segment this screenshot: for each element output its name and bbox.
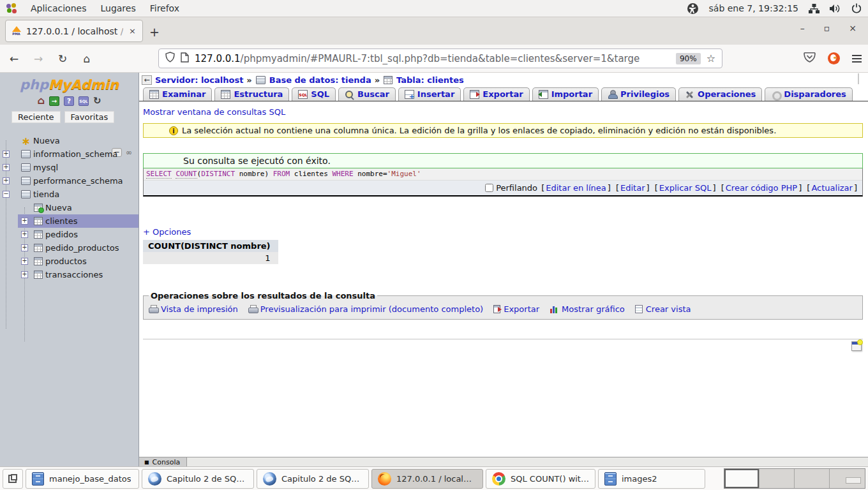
window-maximize-button[interactable]: ▫ xyxy=(824,23,830,33)
home-icon[interactable]: ⌂ xyxy=(37,96,44,106)
zoom-level-badge[interactable]: 90% xyxy=(676,53,701,64)
menu-hamburger-icon[interactable] xyxy=(852,55,862,63)
recent-dropdown[interactable]: Reciente xyxy=(11,111,61,123)
url-bar[interactable]: 127.0.0.1/phpmyadmin/#PMAURL-7:tbl_sql.p… xyxy=(158,48,722,68)
task-capitulo2-pdf-2[interactable]: Capitulo 2 de SQL c... xyxy=(257,469,369,489)
show-sql-window-link[interactable]: Mostrar ventana de consultas SQL xyxy=(143,107,285,117)
menu-lugares[interactable]: Lugares xyxy=(100,3,135,13)
tab-examinar[interactable]: Examinar xyxy=(143,87,212,101)
tab-close-icon[interactable]: × xyxy=(128,26,137,36)
duckduckgo-extension-icon[interactable] xyxy=(828,52,840,64)
open-new-window-icon[interactable] xyxy=(851,341,862,351)
tree-item-mysql[interactable]: + mysql xyxy=(0,161,138,174)
tree-item-transacciones[interactable]: + transacciones xyxy=(0,268,138,281)
tab-operaciones[interactable]: Operaciones xyxy=(678,87,762,101)
volume-icon[interactable] xyxy=(830,4,841,13)
create-view-link[interactable]: Crear vista xyxy=(635,304,691,314)
show-desktop-button[interactable] xyxy=(3,469,23,489)
network-icon[interactable] xyxy=(809,4,819,13)
tab-privilegios[interactable]: Privilegios xyxy=(601,87,676,101)
favorites-dropdown[interactable]: Favoritas xyxy=(64,111,115,123)
power-icon[interactable] xyxy=(851,3,862,13)
window-close-button[interactable]: × xyxy=(849,23,857,33)
accessibility-icon[interactable] xyxy=(687,3,699,15)
workspace-4[interactable] xyxy=(830,469,865,488)
options-toggle-link[interactable]: + Opciones xyxy=(143,227,191,237)
logout-icon[interactable]: → xyxy=(49,96,59,106)
help-icon[interactable]: ? xyxy=(64,96,74,106)
tab-buscar[interactable]: Buscar xyxy=(338,87,396,101)
tab-disparadores[interactable]: Disparadores xyxy=(765,87,852,101)
expand-icon[interactable]: + xyxy=(21,271,28,278)
breadcrumb-database[interactable]: Base de datos: tienda xyxy=(269,75,371,85)
breadcrumb-server[interactable]: Servidor: localhost xyxy=(155,75,243,85)
explain-sql-link[interactable]: Explicar SQL xyxy=(659,183,712,193)
tab-importar[interactable]: Importar xyxy=(532,87,599,101)
task-chrome-sql-count[interactable]: SQL COUNT() with ... xyxy=(486,469,595,489)
search-icon xyxy=(345,90,354,99)
shield-icon[interactable] xyxy=(165,52,175,65)
home-button[interactable]: ⌂ xyxy=(79,52,94,65)
expand-icon[interactable]: + xyxy=(21,244,28,251)
print-view-link[interactable]: Vista de impresión xyxy=(149,304,238,314)
expand-icon[interactable]: + xyxy=(21,231,28,238)
expand-icon[interactable]: + xyxy=(3,164,10,171)
bookmark-star-icon[interactable]: ☆ xyxy=(707,52,715,64)
tree-item-pedidos[interactable]: + pedidos xyxy=(0,228,138,241)
tree-item-new-table[interactable]: Nueva xyxy=(0,201,138,214)
browser-tab-bar: PMA 127.0.0.1 / localhost / × + – ▫ × xyxy=(0,17,868,45)
browser-tab[interactable]: PMA 127.0.0.1 / localhost / × xyxy=(5,20,143,42)
task-firefox-localhost[interactable]: 127.0.0.1 / localhost... xyxy=(371,469,483,489)
edit-link[interactable]: Editar xyxy=(620,183,645,193)
console-toggle[interactable]: ■ Consola xyxy=(139,457,187,466)
window-minimize-button[interactable]: – xyxy=(800,23,805,33)
back-button[interactable]: ← xyxy=(6,52,22,65)
tree-item-tienda[interactable]: − tienda xyxy=(0,188,138,201)
phpmyadmin-logo[interactable]: phpMyAdmin xyxy=(0,77,138,93)
tree-item-pedido-productos[interactable]: + pedido_productos xyxy=(0,241,138,255)
expand-icon[interactable]: + xyxy=(21,218,28,225)
new-tab-button[interactable]: + xyxy=(149,25,160,39)
export-link[interactable]: Exportar xyxy=(493,304,539,314)
tab-sql[interactable]: SQLSQL xyxy=(292,87,336,101)
scroll-top-icon[interactable] xyxy=(853,75,864,84)
workspace-3[interactable] xyxy=(795,469,830,488)
tab-insertar[interactable]: Insertar xyxy=(398,87,461,101)
refresh-link[interactable]: Actualizar xyxy=(811,183,852,193)
workspace-window-thumbnail xyxy=(846,477,861,484)
breadcrumb-table[interactable]: Tabla: clientes xyxy=(396,75,464,85)
refresh-icon[interactable]: ↻ xyxy=(93,95,101,107)
inline-edit-link[interactable]: Editar en línea xyxy=(546,183,606,193)
task-manejo-base-datos[interactable]: manejo_base_datos xyxy=(26,469,139,489)
menu-aplicaciones[interactable]: Aplicaciones xyxy=(31,3,86,13)
hide-panel-button[interactable]: ← xyxy=(142,75,152,85)
tree-item-clientes[interactable]: + clientes xyxy=(18,214,138,228)
workspace-1[interactable] xyxy=(724,469,760,488)
expand-icon[interactable]: + xyxy=(3,151,10,158)
create-php-code-link[interactable]: Crear código PHP xyxy=(726,183,797,193)
sql-query: SELECT COUNT(DISTINCT nombre) FROM clien… xyxy=(144,168,862,181)
show-chart-link[interactable]: Mostrar gráfico xyxy=(550,304,625,314)
tab-exportar[interactable]: Exportar xyxy=(463,87,529,101)
profiling-checkbox[interactable] xyxy=(485,184,493,192)
pocket-icon[interactable] xyxy=(804,52,816,66)
collapse-icon[interactable]: − xyxy=(3,191,10,198)
sql-window-icon[interactable]: SQL xyxy=(79,96,89,106)
clock[interactable]: sáb ene 7, 19:32:15 xyxy=(709,3,798,13)
forward-button[interactable]: → xyxy=(31,52,46,65)
console-bar: ■ Consola xyxy=(139,457,868,466)
tree-item-new-database[interactable]: ∗ Nueva xyxy=(0,134,138,147)
print-preview-link[interactable]: Previsualización para imprimir (document… xyxy=(248,304,483,314)
expand-icon[interactable]: + xyxy=(21,258,28,265)
page-info-icon[interactable] xyxy=(181,52,189,65)
tree-item-information-schema[interactable]: + information_schema xyxy=(0,147,138,161)
reload-button[interactable]: ↻ xyxy=(55,52,70,65)
workspace-2[interactable] xyxy=(760,469,795,488)
menu-firefox[interactable]: Firefox xyxy=(150,3,179,13)
tree-item-performance-schema[interactable]: + performance_schema xyxy=(0,174,138,188)
tree-item-productos[interactable]: + productos xyxy=(0,255,138,268)
task-images2[interactable]: images2 xyxy=(598,469,705,489)
task-capitulo2-pdf-1[interactable]: Capitulo 2 de SQL c... xyxy=(142,469,254,489)
expand-icon[interactable]: + xyxy=(3,177,10,184)
tab-estructura[interactable]: Estructura xyxy=(214,87,289,101)
